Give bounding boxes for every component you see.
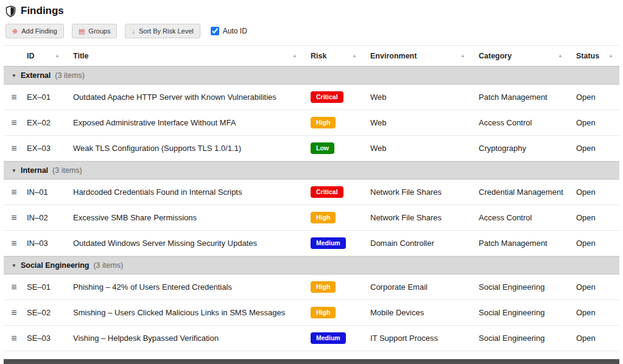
risk-badge: High (311, 117, 336, 128)
finding-row[interactable]: ≡ IN–01 Hardcoded Credentials Found in I… (4, 180, 619, 205)
sort-asc-icon: ▲ (608, 53, 613, 58)
drag-handle-icon[interactable]: ≡ (11, 307, 16, 318)
column-label: Status (576, 52, 599, 60)
groups-icon: ▤ (79, 28, 85, 35)
column-header-id[interactable]: ID ▲ (24, 46, 71, 66)
risk-badge: Critical (311, 186, 343, 198)
groups-button[interactable]: ▤ Groups (72, 24, 117, 38)
sort-asc-icon: ▲ (352, 53, 357, 58)
finding-status: Open (574, 187, 619, 197)
finding-row[interactable]: ≡ SE–03 Vishing – Helpdesk Bypassed Veri… (4, 326, 619, 351)
finding-row[interactable]: ≡ IN–03 Outdated Windows Server Missing … (4, 231, 619, 256)
drag-handle-icon[interactable]: ≡ (11, 187, 16, 198)
column-header-title[interactable]: Title ▲ (71, 46, 308, 66)
finding-title: Excessive SMB Share Permissions (71, 213, 308, 222)
finding-row[interactable]: ≡ EX–02 Exposed Administrative Interface… (4, 110, 619, 136)
risk-badge: Medium (311, 237, 346, 249)
finding-category: Patch Management (476, 239, 574, 248)
finding-environment: Mobile Devices (368, 308, 476, 317)
drag-handle-icon[interactable]: ≡ (11, 282, 16, 293)
risk-badge: High (311, 307, 336, 318)
drag-handle-icon[interactable]: ≡ (11, 212, 16, 223)
finding-environment: Web (368, 144, 476, 153)
column-label: Category (479, 52, 512, 60)
finding-status: Open (574, 282, 619, 292)
finding-environment: Domain Controller (368, 239, 476, 248)
drag-handle-icon[interactable]: ≡ (11, 92, 16, 103)
column-label: Environment (370, 52, 417, 60)
table-header-row: ID ▲ Title ▲ Risk ▲ Environment ▲ Catego… (4, 46, 619, 66)
finding-id: IN–01 (24, 187, 71, 197)
finding-row[interactable]: ≡ SE–01 Phishing – 42% of Users Entered … (4, 275, 619, 300)
finding-title: Weak TLS Configuration (Supports TLS 1.0… (71, 144, 308, 153)
column-header-environment[interactable]: Environment ▲ (368, 46, 476, 66)
sort-asc-icon: ▲ (292, 53, 297, 58)
finding-environment: IT Support Process (368, 334, 476, 343)
finding-status: Open (574, 308, 619, 317)
sort-by-risk-button[interactable]: ↓ Sort By Risk Level (125, 24, 200, 38)
horizontal-scrollbar[interactable] (4, 359, 619, 364)
add-finding-label: Add Finding (21, 27, 57, 35)
group-header-social-engineering[interactable]: ▼ Social Engineering (3 items) (4, 256, 619, 275)
finding-category: Patch Management (476, 93, 574, 102)
finding-row[interactable]: ≡ EX–03 Weak TLS Configuration (Supports… (4, 136, 619, 161)
risk-badge: Medium (311, 332, 346, 344)
group-count: (3 items) (93, 261, 123, 270)
finding-id: EX–01 (24, 93, 71, 102)
finding-id: SE–03 (24, 334, 71, 343)
group-header-external[interactable]: ▼ External (3 items) (4, 66, 619, 85)
group-header-internal[interactable]: ▼ Internal (3 items) (4, 161, 619, 180)
finding-id: EX–03 (24, 144, 71, 153)
risk-badge: Critical (311, 91, 343, 103)
group-count: (3 items) (55, 71, 85, 80)
finding-id: SE–02 (24, 308, 71, 317)
finding-title: Hardcoded Credentials Found in Internal … (71, 187, 308, 197)
auto-id-checkbox[interactable] (211, 27, 219, 35)
finding-status: Open (574, 334, 619, 343)
risk-badge: High (311, 281, 336, 293)
finding-category: Social Engineering (476, 308, 574, 317)
sort-by-risk-label: Sort By Risk Level (139, 27, 194, 35)
finding-title: Outdated Windows Server Missing Security… (71, 239, 308, 248)
drag-handle-icon[interactable]: ≡ (11, 143, 16, 154)
findings-table: ID ▲ Title ▲ Risk ▲ Environment ▲ Catego… (4, 45, 619, 351)
finding-row[interactable]: ≡ SE–02 Smishing – Users Clicked Malicio… (4, 300, 619, 326)
finding-category: Social Engineering (476, 282, 574, 292)
drag-handle-icon[interactable]: ≡ (11, 238, 16, 249)
add-finding-button[interactable]: ⊕ Add Finding (5, 24, 64, 38)
caret-down-icon: ▼ (12, 263, 16, 268)
finding-row[interactable]: ≡ EX–01 Outdated Apache HTTP Server with… (4, 85, 619, 110)
group-name: Social Engineering (21, 261, 90, 270)
column-header-category[interactable]: Category ▲ (476, 46, 574, 66)
finding-id: EX–02 (24, 118, 71, 127)
column-header-risk[interactable]: Risk ▲ (308, 46, 368, 66)
finding-status: Open (574, 239, 619, 248)
finding-status: Open (574, 118, 619, 127)
drag-handle-icon[interactable]: ≡ (11, 333, 16, 344)
finding-environment: Network File Shares (368, 187, 476, 197)
finding-title: Outdated Apache HTTP Server with Known V… (71, 93, 308, 102)
risk-badge: Low (311, 142, 334, 154)
drag-handle-icon[interactable]: ≡ (11, 117, 16, 128)
finding-category: Access Control (476, 118, 574, 127)
finding-category: Access Control (476, 213, 574, 222)
column-label: Risk (311, 52, 326, 60)
finding-environment: Web (368, 93, 476, 102)
column-header-status[interactable]: Status ▲ (574, 46, 619, 66)
finding-title: Vishing – Helpdesk Bypassed Verification (71, 334, 308, 343)
column-label: Title (73, 52, 88, 60)
group-count: (3 items) (52, 166, 82, 175)
group-name: Internal (21, 166, 48, 175)
sort-asc-icon: ▲ (460, 53, 465, 58)
column-header-handle (4, 46, 24, 66)
shield-icon (5, 5, 16, 17)
sort-asc-icon: ▲ (55, 53, 60, 58)
auto-id-toggle: Auto ID (211, 27, 247, 35)
finding-row[interactable]: ≡ IN–02 Excessive SMB Share Permissions … (4, 205, 619, 231)
finding-title: Exposed Administrative Interface Without… (71, 118, 308, 127)
finding-id: SE–01 (24, 282, 71, 292)
finding-status: Open (574, 93, 619, 102)
finding-id: IN–02 (24, 213, 71, 222)
sort-descending-icon: ↓ (132, 28, 135, 35)
finding-title: Smishing – Users Clicked Malicious Links… (71, 308, 308, 317)
